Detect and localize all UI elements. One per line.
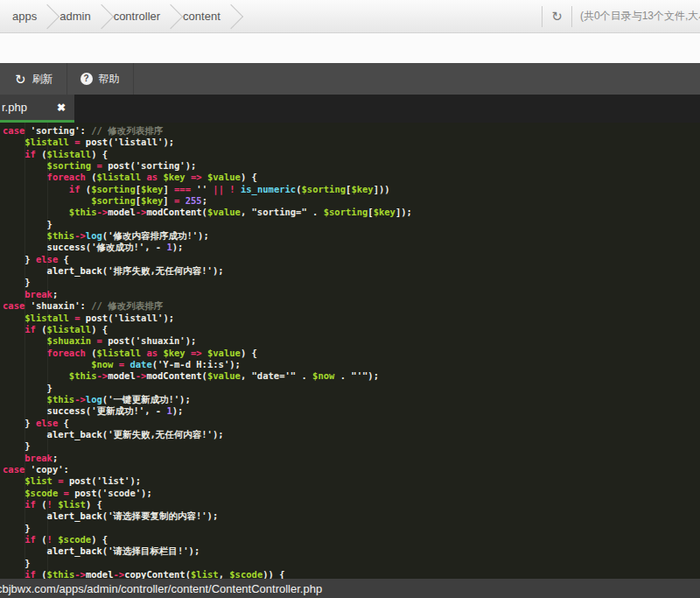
code-line: } <box>3 219 700 230</box>
code-line: success('修改成功!', - 1); <box>3 242 700 253</box>
code-line: $listall = post('listall'); <box>3 137 700 148</box>
code-line: } <box>3 383 700 394</box>
close-icon[interactable]: ✖ <box>57 102 66 114</box>
code-line: $shuaxin = post('shuaxin'); <box>3 335 700 347</box>
code-line: case 'shuaxin': // 修改列表排序 <box>3 300 700 312</box>
code-line: } <box>3 523 700 534</box>
editor-toolbar: ↻ 刷新 ? 帮助 <box>0 63 700 95</box>
code-line: } else { <box>3 418 700 429</box>
code-line: } else { <box>3 254 700 265</box>
code-line: $this->model->modContent($value, "date='… <box>3 370 700 382</box>
indent-guide <box>47 123 48 579</box>
tab-contentcontroller-php[interactable]: r.php ✖ <box>0 95 74 123</box>
help-button-label: 帮助 <box>99 72 120 87</box>
code-line: success('更新成功!', - 1); <box>3 405 700 417</box>
code-line: } <box>3 440 700 452</box>
refresh-icon: ↻ <box>551 9 563 25</box>
refresh-button[interactable]: ↻ 刷新 <box>0 63 67 95</box>
code-line: $sorting = post('sorting'); <box>3 160 700 172</box>
code-line: if (! $scode) { <box>3 534 700 545</box>
refresh-button-label: 刷新 <box>32 72 53 87</box>
code-content: case 'sorting': // 修改列表排序 $listall = pos… <box>3 125 700 579</box>
chevron-right-icon <box>219 4 243 28</box>
chevron-right-icon <box>158 4 183 28</box>
refresh-icon: ↻ <box>15 73 26 86</box>
code-line: alert_back('更新失败,无任何内容!'); <box>3 429 700 440</box>
code-line: break; <box>3 453 700 464</box>
chevron-right-icon <box>88 4 113 28</box>
refresh-directory-button[interactable]: ↻ <box>542 0 571 32</box>
code-line: if ($sorting[$key] === '' || ! is_numeri… <box>3 184 700 195</box>
code-line: foreach ($listall as $key => $value) { <box>3 348 700 359</box>
breadcrumb-bar: appsadmincontrollercontent ↻ (共0个目录与13个文… <box>0 0 700 33</box>
tab-label: r.php <box>2 101 57 114</box>
code-line: alert_back('排序失败,无任何内容!'); <box>3 265 700 277</box>
code-line: $scode = post('scode'); <box>3 488 700 499</box>
code-line: } <box>3 558 700 569</box>
tab-bar: r.php ✖ <box>0 95 700 123</box>
code-line: if (! $list) { <box>3 499 700 510</box>
code-line: $this->log('修改内容排序成功!'); <box>3 230 700 242</box>
code-line: $sorting[$key] = 255; <box>3 195 700 207</box>
indent-guide <box>24 123 25 579</box>
subbar <box>0 33 700 63</box>
code-line: if ($listall) { <box>3 324 700 335</box>
code-line: alert_back('请选择目标栏目!'); <box>3 545 700 557</box>
code-line: case 'sorting': // 修改列表排序 <box>3 125 700 137</box>
code-line: foreach ($listall as $key => $value) { <box>3 172 700 183</box>
code-line: $list = post('list'); <box>3 475 700 487</box>
code-line: if ($this->model->copyContent($list, $sc… <box>3 569 700 579</box>
code-line: break; <box>3 289 700 300</box>
directory-info-text: (共0个目录与13个文件,大小:11 <box>572 9 700 24</box>
help-icon: ? <box>80 73 93 85</box>
file-path-text: cbjbwx.com/apps/admin/controller/content… <box>0 582 322 595</box>
help-button[interactable]: ? 帮助 <box>67 63 134 95</box>
code-line: $listall = post('listall'); <box>3 313 700 324</box>
breadcrumb: appsadmincontrollercontent <box>0 0 236 32</box>
code-line: $now = date('Y-m-d H:i:s'); <box>3 359 700 370</box>
code-line: case 'copy': <box>3 464 700 475</box>
code-line: alert_back('请选择要复制的内容!'); <box>3 510 700 522</box>
chevron-right-icon <box>35 4 60 28</box>
code-editor[interactable]: case 'sorting': // 修改列表排序 $listall = pos… <box>0 123 700 579</box>
code-line: $this->log('一键更新成功!'); <box>3 394 700 405</box>
topbar-right-group: ↻ (共0个目录与13个文件,大小:11 <box>542 0 700 32</box>
status-bar: cbjbwx.com/apps/admin/controller/content… <box>0 579 700 598</box>
code-line: if ($listall) { <box>3 149 700 160</box>
code-line: $this->model->modContent($value, "sortin… <box>3 207 700 218</box>
code-line: } <box>3 277 700 288</box>
